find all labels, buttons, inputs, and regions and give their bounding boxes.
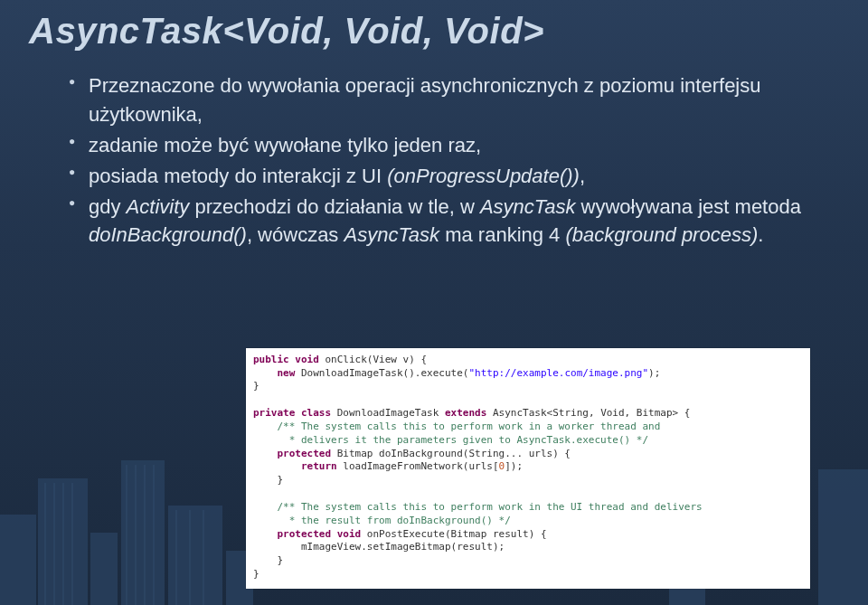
svg-rect-1 (38, 478, 88, 605)
bullet-item: Przeznaczone do wywołania operacji async… (69, 71, 810, 129)
svg-rect-7 (818, 469, 868, 605)
bullet-text: ma ranking 4 (439, 223, 565, 246)
bullet-item: gdy Activity przechodzi do działania w t… (69, 193, 810, 251)
slide: AsyncTask<Void, Void, Void> Przeznaczone… (0, 0, 868, 605)
svg-rect-2 (90, 533, 118, 605)
inline-em: (background process) (565, 223, 758, 246)
slide-title: AsyncTask<Void, Void, Void> (29, 11, 839, 52)
bullet-list: Przeznaczone do wywołania operacji async… (69, 71, 810, 250)
bullet-item: posiada metody do interakcji z UI (onPro… (69, 162, 810, 191)
inline-code: (onProgressUpdate()) (387, 165, 580, 187)
bullet-text: . (758, 223, 763, 246)
bullet-item: zadanie może być wywołane tylko jeden ra… (69, 131, 810, 160)
bullet-text: , (580, 165, 585, 187)
svg-rect-4 (168, 506, 222, 605)
bullet-text: przechodzi do działania w tle, w (189, 195, 480, 218)
bullet-text: gdy (89, 195, 127, 218)
inline-em: AsyncTask (480, 195, 576, 218)
bullet-text: posiada metody do interakcji z UI (89, 165, 387, 187)
svg-rect-3 (121, 460, 165, 605)
bullet-text: wywoływana jest metoda (575, 195, 800, 218)
code-pre: public void onClick(View v) { new Downlo… (253, 354, 803, 581)
inline-code: doInBackground() (89, 223, 247, 246)
inline-em: AsyncTask (344, 223, 439, 246)
inline-em: Activity (127, 195, 190, 218)
svg-rect-0 (0, 515, 36, 605)
bullet-text: , wówczas (247, 223, 344, 246)
code-snippet: public void onClick(View v) { new Downlo… (246, 348, 810, 589)
